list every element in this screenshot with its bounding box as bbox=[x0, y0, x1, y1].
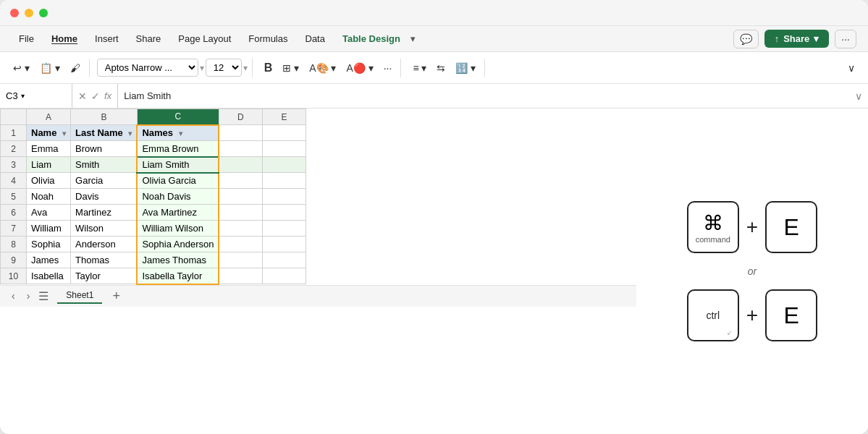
nav-right-button[interactable]: › bbox=[24, 290, 33, 302]
ctrl-corner: ↙ bbox=[727, 329, 733, 336]
menu-table-design[interactable]: Table Design bbox=[335, 30, 408, 47]
confirm-formula-icon[interactable]: ✓ bbox=[91, 90, 100, 102]
cell-c9[interactable]: James Thomas bbox=[137, 252, 219, 268]
cell-b3[interactable]: Smith bbox=[71, 157, 138, 173]
cell-c7[interactable]: William Wilson bbox=[137, 221, 219, 237]
menu-home[interactable]: Home bbox=[44, 30, 85, 47]
cell-b1[interactable]: Last Name ▾ bbox=[71, 125, 138, 141]
minimize-button[interactable] bbox=[25, 9, 33, 17]
cell-e9[interactable] bbox=[262, 252, 306, 268]
col-header-d[interactable]: D bbox=[219, 109, 262, 125]
cell-e5[interactable] bbox=[262, 189, 306, 205]
fill-color-button[interactable]: A🎨 ▾ bbox=[305, 59, 340, 77]
clipboard-button[interactable]: 📋 ▾ bbox=[35, 59, 64, 77]
cell-d3[interactable] bbox=[219, 157, 262, 173]
comment-button[interactable]: 💬 bbox=[733, 30, 759, 48]
menu-file[interactable]: File bbox=[12, 30, 41, 47]
more-format[interactable]: ··· bbox=[379, 59, 397, 77]
cell-e7[interactable] bbox=[262, 221, 306, 237]
cell-b8[interactable]: Anderson bbox=[71, 237, 138, 252]
cell-c10[interactable]: Isabella Taylor bbox=[137, 268, 219, 284]
cell-a2[interactable]: Emma bbox=[27, 141, 71, 157]
cell-b9[interactable]: Thomas bbox=[71, 252, 138, 268]
cell-c6[interactable]: Ava Martinez bbox=[137, 205, 219, 221]
hamburger-icon[interactable]: ☰ bbox=[38, 289, 49, 303]
share-button[interactable]: ↑ Share ▾ bbox=[764, 30, 830, 48]
undo-button[interactable]: ↩ ▾ bbox=[9, 59, 34, 77]
cell-e2[interactable] bbox=[262, 141, 306, 157]
align-button[interactable]: ≡ ▾ bbox=[408, 59, 431, 77]
cell-d4[interactable] bbox=[219, 173, 262, 189]
cell-a7[interactable]: William bbox=[27, 221, 71, 237]
borders-button[interactable]: ⊞ ▾ bbox=[278, 59, 303, 77]
format-painter-button[interactable]: 🖌 bbox=[66, 59, 85, 77]
cell-d1[interactable] bbox=[219, 125, 262, 141]
menu-share-text[interactable]: Share bbox=[129, 30, 169, 47]
cell-b7[interactable]: Wilson bbox=[71, 221, 138, 237]
cell-e10[interactable] bbox=[262, 268, 306, 284]
cancel-formula-icon[interactable]: ✕ bbox=[78, 90, 87, 102]
filter-icon-c[interactable]: ▾ bbox=[179, 129, 182, 137]
maximize-button[interactable] bbox=[39, 9, 48, 17]
cell-a6[interactable]: Ava bbox=[27, 205, 71, 221]
font-color-button[interactable]: A🔴 ▾ bbox=[342, 59, 377, 77]
cell-c8[interactable]: Sophia Anderson bbox=[137, 237, 219, 252]
menu-data[interactable]: Data bbox=[298, 30, 332, 47]
font-size-select[interactable]: 12 bbox=[206, 59, 242, 77]
cell-a9[interactable]: James bbox=[27, 252, 71, 268]
cell-c2[interactable]: Emma Brown bbox=[137, 141, 219, 157]
col-header-e[interactable]: E bbox=[262, 109, 306, 125]
cell-d9[interactable] bbox=[219, 252, 262, 268]
cell-e4[interactable] bbox=[262, 173, 306, 189]
cell-c4[interactable]: Olivia Garcia bbox=[137, 173, 219, 189]
menu-page-layout[interactable]: Page Layout bbox=[171, 30, 238, 47]
cell-b6[interactable]: Martinez bbox=[71, 205, 138, 221]
row-num-9: 9 bbox=[1, 252, 27, 268]
cell-a5[interactable]: Noah bbox=[27, 189, 71, 205]
cell-d5[interactable] bbox=[219, 189, 262, 205]
bold-button[interactable]: B bbox=[260, 59, 277, 77]
cell-e1[interactable] bbox=[262, 125, 306, 141]
cell-c1[interactable]: Names ▾ bbox=[137, 125, 219, 141]
col-header-b[interactable]: B bbox=[71, 109, 138, 125]
cell-c5[interactable]: Noah Davis bbox=[137, 189, 219, 205]
nav-left-button[interactable]: ‹ bbox=[9, 290, 18, 302]
formula-input[interactable] bbox=[118, 90, 855, 101]
number-format-button[interactable]: 🔢 ▾ bbox=[451, 59, 480, 77]
col-header-a[interactable]: A bbox=[27, 109, 71, 125]
cell-d10[interactable] bbox=[219, 268, 262, 284]
font-select[interactable]: Aptos Narrow ... bbox=[97, 59, 198, 77]
grid-container[interactable]: A B C D E 1 Name ▾ bbox=[0, 109, 636, 285]
formula-expand-icon[interactable]: ∨ bbox=[855, 90, 868, 102]
cell-e3[interactable] bbox=[262, 157, 306, 173]
cell-b5[interactable]: Davis bbox=[71, 189, 138, 205]
cell-d6[interactable] bbox=[219, 205, 262, 221]
cell-a3[interactable]: Liam bbox=[27, 157, 71, 173]
cell-reference-box[interactable]: C3 ▾ bbox=[0, 84, 72, 108]
filter-icon-b[interactable]: ▾ bbox=[128, 129, 132, 137]
cell-b10[interactable]: Taylor bbox=[71, 268, 138, 284]
cell-b2[interactable]: Brown bbox=[71, 141, 138, 157]
cell-c3[interactable]: Liam Smith bbox=[137, 157, 219, 173]
add-sheet-button[interactable]: + bbox=[112, 289, 120, 304]
cell-d2[interactable] bbox=[219, 141, 262, 157]
more-button[interactable]: ··· bbox=[835, 30, 856, 48]
cell-e8[interactable] bbox=[262, 237, 306, 252]
cell-b4[interactable]: Garcia bbox=[71, 173, 138, 189]
cell-a1[interactable]: Name ▾ bbox=[27, 125, 71, 141]
wrap-button[interactable]: ⇆ bbox=[432, 59, 450, 77]
cell-d8[interactable] bbox=[219, 237, 262, 252]
sheet-tab[interactable]: Sheet1 bbox=[57, 288, 102, 304]
insert-function-icon[interactable]: fx bbox=[104, 90, 111, 101]
menu-formulas[interactable]: Formulas bbox=[241, 30, 295, 47]
col-header-c[interactable]: C bbox=[137, 109, 219, 125]
expand-toolbar-button[interactable]: ∨ bbox=[843, 59, 859, 77]
cell-a10[interactable]: Isabella bbox=[27, 268, 71, 284]
filter-icon-a[interactable]: ▾ bbox=[62, 129, 66, 137]
cell-a4[interactable]: Olivia bbox=[27, 173, 71, 189]
close-button[interactable] bbox=[10, 9, 19, 17]
cell-d7[interactable] bbox=[219, 221, 262, 237]
cell-a8[interactable]: Sophia bbox=[27, 237, 71, 252]
cell-e6[interactable] bbox=[262, 205, 306, 221]
menu-insert[interactable]: Insert bbox=[88, 30, 126, 47]
